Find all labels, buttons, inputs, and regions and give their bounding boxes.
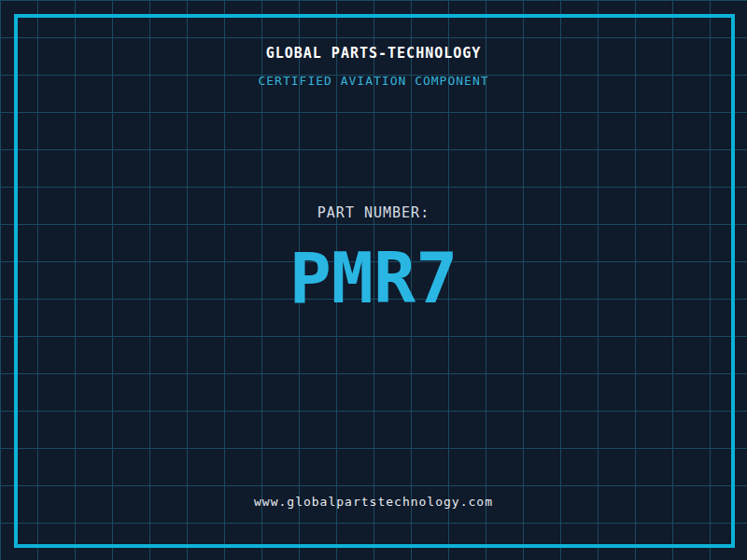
part-number-label: PART NUMBER: — [0, 204, 747, 221]
certification-subtitle: CERTIFIED AVIATION COMPONENT — [0, 74, 747, 88]
company-name: GLOBAL PARTS-TECHNOLOGY — [0, 45, 747, 62]
part-number-value: PMR7 — [0, 241, 747, 315]
website-url: www.globalpartstechnology.com — [0, 495, 747, 509]
certificate-card: GLOBAL PARTS-TECHNOLOGY CERTIFIED AVIATI… — [0, 0, 747, 560]
